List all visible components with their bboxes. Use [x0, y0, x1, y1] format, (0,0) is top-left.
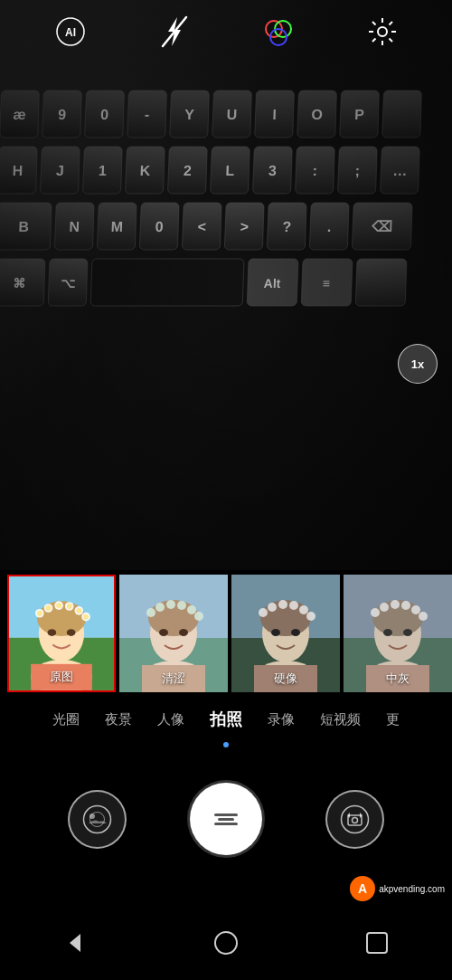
svg-point-112	[146, 608, 155, 617]
svg-line-85	[372, 39, 376, 43]
svg-point-100	[67, 604, 72, 609]
filter-item-original[interactable]: 原图	[7, 575, 116, 692]
svg-line-73	[163, 17, 186, 46]
svg-point-98	[46, 605, 52, 611]
svg-point-132	[306, 612, 315, 621]
svg-point-102	[83, 614, 89, 620]
svg-point-77	[378, 27, 387, 36]
svg-text:AI: AI	[65, 26, 76, 39]
svg-point-142	[371, 608, 380, 617]
svg-point-129	[278, 600, 287, 609]
filter-label-yingxiang: 硬像	[231, 671, 340, 687]
ai-button[interactable]: AI	[52, 14, 89, 50]
svg-point-101	[76, 608, 81, 614]
svg-line-83	[389, 39, 392, 43]
camera-controls	[0, 760, 452, 878]
svg-point-97	[37, 611, 42, 616]
watermark-logo: A	[350, 876, 375, 901]
filter-item-yingxiang[interactable]: 硬像	[231, 575, 340, 692]
svg-line-82	[372, 22, 376, 25]
flash-off-button[interactable]	[156, 14, 193, 50]
top-toolbar: AI	[0, 0, 452, 63]
svg-point-99	[56, 603, 61, 608]
filter-label-zhonghui: 中灰	[344, 671, 452, 687]
svg-point-104	[67, 629, 76, 636]
svg-point-117	[194, 612, 203, 621]
svg-point-169	[342, 805, 369, 833]
svg-point-103	[48, 629, 57, 636]
mode-portrait[interactable]: 人像	[145, 711, 197, 728]
flip-camera-button[interactable]	[325, 790, 384, 849]
svg-point-113	[155, 603, 165, 612]
svg-point-130	[289, 601, 298, 610]
svg-point-148	[383, 629, 392, 636]
filter-strip: 原图	[0, 570, 452, 697]
gallery-button[interactable]	[68, 790, 127, 849]
svg-line-84	[389, 22, 392, 25]
zoom-indicator[interactable]: 1x	[398, 344, 438, 384]
svg-point-145	[401, 601, 410, 610]
svg-rect-170	[348, 815, 362, 825]
filter-item-zhonghui[interactable]: 中灰	[344, 575, 452, 692]
svg-point-143	[380, 603, 389, 612]
svg-rect-69	[0, 0, 452, 570]
svg-marker-174	[70, 934, 80, 952]
mode-short[interactable]: 短视频	[307, 711, 373, 728]
nav-back[interactable]	[53, 921, 97, 965]
svg-point-168	[89, 813, 95, 819]
svg-point-114	[166, 600, 175, 609]
shutter-button[interactable]	[190, 783, 262, 855]
svg-point-115	[177, 601, 186, 610]
filter-label-original: 原图	[9, 669, 114, 685]
svg-point-175	[215, 932, 237, 954]
watermark: A akpvending.com	[343, 872, 452, 905]
mode-more[interactable]: 更	[373, 711, 412, 728]
svg-point-118	[159, 629, 168, 636]
svg-point-147	[419, 612, 428, 621]
svg-point-171	[353, 817, 358, 823]
svg-point-119	[179, 629, 188, 636]
svg-point-131	[299, 605, 308, 614]
settings-button[interactable]	[364, 14, 400, 50]
svg-point-133	[271, 629, 280, 636]
svg-point-166	[84, 805, 111, 833]
mode-selector: 光圈 夜景 人像 拍照 录像 短视频 更	[0, 697, 452, 742]
shutter-icon	[214, 813, 238, 825]
filter-label-qingse: 清涩	[119, 671, 228, 687]
mode-active-dot	[223, 742, 229, 747]
filter-item-qingse[interactable]: 清涩	[119, 575, 228, 692]
mode-aperture[interactable]: 光圈	[40, 711, 92, 728]
svg-point-127	[259, 608, 268, 617]
mode-night[interactable]: 夜景	[92, 711, 145, 728]
mode-video[interactable]: 录像	[255, 711, 307, 728]
svg-rect-176	[367, 933, 387, 953]
viewfinder: æ 9 0 - Y U I O P	[0, 0, 452, 570]
watermark-url: akpvending.com	[379, 884, 445, 894]
nav-home[interactable]	[204, 921, 248, 965]
svg-point-144	[391, 600, 400, 609]
zoom-value: 1x	[411, 357, 424, 371]
color-mode-button[interactable]	[260, 14, 297, 50]
nav-bar	[0, 905, 452, 980]
svg-point-149	[403, 629, 412, 636]
svg-point-146	[411, 605, 420, 614]
svg-point-116	[187, 605, 196, 614]
nav-recent[interactable]	[355, 921, 399, 965]
mode-photo[interactable]: 拍照	[197, 709, 255, 730]
svg-point-134	[291, 629, 300, 636]
svg-point-128	[268, 603, 277, 612]
